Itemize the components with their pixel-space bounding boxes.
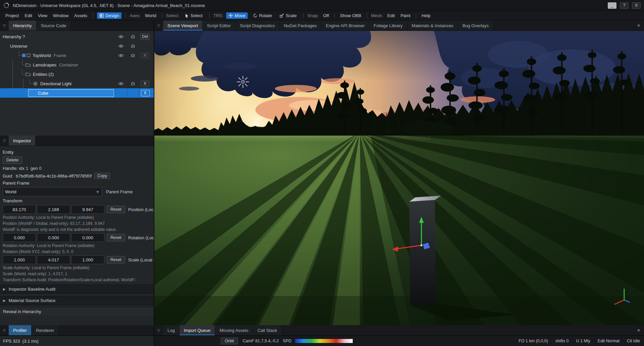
tab-profiler[interactable]: Profiler bbox=[9, 325, 32, 335]
remove-node-button[interactable]: X bbox=[141, 52, 149, 59]
menu-window[interactable]: Window bbox=[52, 12, 70, 19]
tab-renderer[interactable]: Renderer bbox=[32, 325, 59, 335]
scale-z-field[interactable] bbox=[71, 255, 104, 264]
menu-help[interactable]: Help bbox=[420, 12, 432, 19]
rotation-z-field[interactable] bbox=[71, 233, 104, 242]
tab-missing-assets[interactable]: Missing Assets bbox=[215, 325, 253, 335]
visibility-toggle[interactable] bbox=[115, 41, 127, 51]
node-type-label: Container bbox=[59, 62, 78, 67]
close-panel-icon[interactable]: × bbox=[633, 20, 644, 31]
collapse-panel-icon[interactable]: ▽ bbox=[154, 20, 163, 31]
position-x-field[interactable] bbox=[3, 205, 36, 214]
visibility-toggle[interactable] bbox=[115, 51, 127, 60]
hierarchy-row-entities[interactable]: Entities (2) bbox=[0, 69, 154, 79]
scene-3d[interactable] bbox=[154, 31, 644, 325]
position-y-field[interactable] bbox=[37, 205, 70, 214]
rotation-x-field[interactable] bbox=[3, 233, 36, 242]
scale-y-field[interactable] bbox=[37, 255, 70, 264]
position-z-field[interactable] bbox=[71, 205, 104, 214]
show-obb-toggle[interactable]: Show OBB bbox=[339, 12, 363, 19]
tab-import-queue[interactable]: Import Queue bbox=[180, 325, 215, 335]
select-label: Select: bbox=[166, 13, 180, 18]
collapse-panel-icon[interactable]: ▽ bbox=[0, 20, 9, 31]
menu-project[interactable]: Project bbox=[4, 12, 20, 19]
mesh-paint-button[interactable]: Paint bbox=[399, 12, 412, 19]
bot-toggle[interactable] bbox=[127, 32, 139, 41]
bot-toggle[interactable] bbox=[127, 79, 139, 88]
tab-log[interactable]: Log bbox=[163, 325, 180, 335]
statusbar: Orbit CamF 81.7,5.4,-0.2 SPD FO 1 km (0,… bbox=[154, 336, 644, 346]
scale-note: Scale Authority: Local to Parent Frame (… bbox=[3, 265, 154, 270]
position-note: Position Authority: Local to Parent Fram… bbox=[3, 215, 154, 220]
snap-value[interactable]: Off bbox=[322, 12, 330, 19]
select-tool-button[interactable]: Select bbox=[183, 12, 205, 19]
hierarchy-row-directional-light[interactable]: Directional Light X bbox=[0, 79, 154, 88]
menubar-separator bbox=[416, 13, 416, 18]
collapse-panel-icon[interactable]: ▽ bbox=[0, 325, 9, 335]
design-mode-label: Design bbox=[105, 13, 119, 18]
tab-bug-overlays[interactable]: Bug Overlays bbox=[458, 20, 493, 31]
visibility-toggle[interactable] bbox=[115, 32, 127, 41]
tab-source-code[interactable]: Source Code bbox=[37, 20, 71, 31]
hierarchy-row-cube[interactable]: Cube X bbox=[0, 88, 154, 98]
tab-materials-instances[interactable]: Materials & Instances bbox=[407, 20, 458, 31]
reset-position-button[interactable]: Reset bbox=[107, 206, 125, 213]
reset-scale-button[interactable]: Reset bbox=[107, 256, 125, 263]
tab-engine-api-browser[interactable]: Engine API Browser bbox=[321, 20, 369, 31]
section-inspector-baseline-audit[interactable]: ▶ Inspector Baseline Audit bbox=[0, 285, 154, 294]
section-material-source-surface[interactable]: ▶ Material Source Surface bbox=[0, 296, 154, 305]
hierarchy-row-topworld[interactable]: TopWorld Frame X bbox=[0, 51, 154, 60]
rotation-y-field[interactable] bbox=[37, 233, 70, 242]
tab-call-stack[interactable]: Call Stack bbox=[253, 325, 282, 335]
reset-rotation-button[interactable]: Reset bbox=[107, 234, 125, 241]
robot-icon bbox=[131, 34, 135, 39]
rotation-row: Reset Rotation (Local bbox=[3, 233, 154, 242]
remove-node-button[interactable]: X bbox=[141, 90, 150, 96]
rename-input[interactable]: Cube bbox=[28, 89, 114, 97]
collapse-panel-icon[interactable]: ▽ bbox=[0, 136, 9, 146]
minimize-button[interactable]: _ bbox=[608, 2, 616, 9]
hierarchy-row-universe[interactable]: Universe bbox=[0, 41, 154, 51]
remove-node-button[interactable]: X bbox=[141, 81, 149, 87]
tab-inspector[interactable]: Inspector bbox=[9, 136, 36, 146]
tab-foliage-library[interactable]: Foliage Library bbox=[369, 20, 407, 31]
delete-entity-button[interactable]: Delete bbox=[3, 156, 22, 164]
tab-script-editor[interactable]: Script Editor bbox=[203, 20, 236, 31]
scale-tool-button[interactable]: Scale bbox=[277, 12, 299, 19]
close-button[interactable]: X bbox=[632, 2, 641, 9]
transform-heading: Transform bbox=[3, 198, 154, 203]
scale-x-field[interactable] bbox=[3, 255, 36, 264]
menubar-separator bbox=[367, 13, 367, 18]
orbit-mode-button[interactable]: Orbit bbox=[221, 338, 238, 344]
handle-line: Handle: idx 1 gen 0 bbox=[3, 166, 154, 171]
tab-scene-viewport[interactable]: Scene Viewport bbox=[163, 20, 203, 31]
left-panel: ▽ Hierarchy Source Code Hierarchy ? bbox=[0, 20, 154, 346]
bot-toggle[interactable] bbox=[127, 41, 139, 51]
menu-assets[interactable]: Assets bbox=[73, 12, 89, 19]
visibility-toggle[interactable] bbox=[115, 79, 127, 88]
parent-frame-dropdown[interactable]: World ▼ bbox=[3, 187, 102, 196]
tab-nuget-packages[interactable]: NuGet Packages bbox=[280, 20, 321, 31]
terrain bbox=[154, 127, 644, 326]
collapse-panel-icon[interactable]: ▽ bbox=[154, 325, 163, 335]
reveal-in-hierarchy-button[interactable]: Reveal in Hierarchy bbox=[0, 307, 154, 316]
design-mode-toggle[interactable]: Design bbox=[97, 12, 121, 19]
close-panel-icon[interactable]: × bbox=[633, 325, 644, 335]
menu-edit[interactable]: Edit bbox=[23, 12, 33, 19]
hierarchy-row-lansdcapes[interactable]: Lansdcapes Container bbox=[0, 60, 154, 69]
scene-viewport[interactable] bbox=[154, 31, 644, 325]
copy-guid-button[interactable]: Copy bbox=[94, 173, 110, 179]
help-button[interactable]: ? bbox=[620, 2, 629, 9]
status-universe: U 1 Mly bbox=[576, 339, 590, 343]
rotate-tool-button[interactable]: Rotate bbox=[251, 12, 274, 19]
move-tool-button[interactable]: Move bbox=[226, 12, 248, 19]
tab-script-diagnostics[interactable]: Script Diagnostics bbox=[236, 20, 280, 31]
mesh-edit-button[interactable]: Edit bbox=[386, 12, 396, 19]
tab-hierarchy[interactable]: Hierarchy bbox=[9, 20, 37, 31]
bot-toggle[interactable] bbox=[127, 51, 139, 60]
menu-view[interactable]: View bbox=[37, 12, 49, 19]
hierarchy-header-row[interactable]: Hierarchy ? Del bbox=[0, 32, 154, 41]
delete-entity-button[interactable]: Del bbox=[140, 34, 150, 40]
axes-value[interactable]: World bbox=[144, 12, 158, 19]
menubar-separator bbox=[303, 13, 303, 18]
